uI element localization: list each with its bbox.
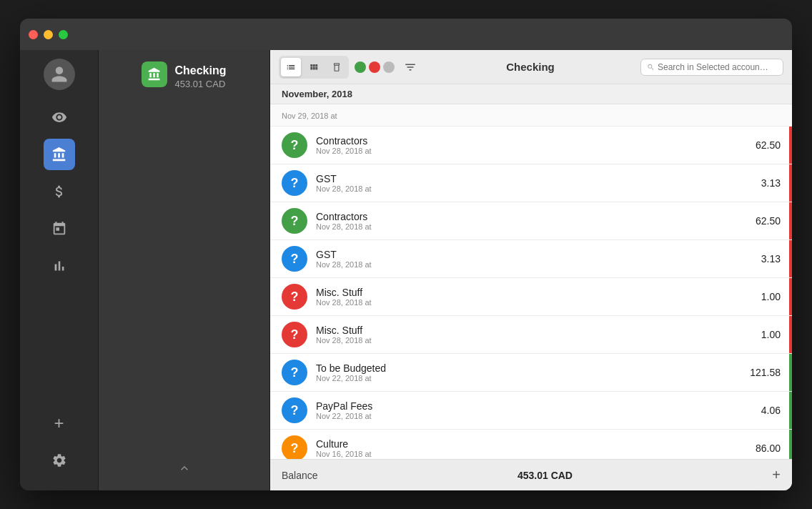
account-name: Checking	[174, 64, 226, 77]
status-dot-green	[355, 61, 366, 73]
tx-indicator	[789, 354, 792, 391]
balance-label: Balance	[282, 470, 318, 481]
section-header: November, 2018	[270, 84, 792, 104]
main-window: + Checking 453.01 CAD	[20, 19, 792, 490]
titlebar	[20, 19, 792, 50]
status-dot-red	[369, 61, 380, 73]
sidebar-item-coins[interactable]	[44, 176, 75, 207]
sidebar-item-calendar[interactable]	[44, 213, 75, 244]
tx-avatar: ?	[282, 246, 307, 272]
table-row[interactable]: ? Contractors Nov 28, 2018 at 62.50	[270, 127, 792, 164]
search-box[interactable]	[640, 59, 783, 76]
sidebar-item-chart[interactable]	[44, 250, 75, 282]
add-transaction-button[interactable]: +	[772, 467, 781, 483]
balance-bar: Balance 453.01 CAD +	[270, 459, 792, 490]
table-row[interactable]: ? GST Nov 28, 2018 at 3.13	[270, 240, 792, 278]
table-row[interactable]: ? Culture Nov 16, 2018 at 86.00	[270, 430, 792, 459]
tx-indicator	[789, 392, 792, 429]
toolbar-title: Checking	[426, 61, 635, 73]
search-icon	[647, 63, 655, 71]
tx-indicator	[789, 316, 792, 353]
add-button[interactable]: +	[44, 407, 75, 439]
list-view-button[interactable]	[281, 58, 301, 76]
main-layout: + Checking 453.01 CAD	[20, 50, 792, 490]
toolbar: Checking	[270, 50, 792, 84]
tx-indicator	[789, 240, 792, 277]
sidebar-item-bank[interactable]	[44, 139, 75, 170]
grid-view-button[interactable]	[304, 58, 324, 76]
tx-avatar: ?	[282, 360, 307, 385]
close-button[interactable]	[29, 30, 38, 39]
tx-indicator	[789, 164, 792, 202]
settings-button[interactable]	[44, 445, 75, 476]
account-panel: Checking 453.01 CAD	[99, 50, 270, 490]
table-row[interactable]: ? Contractors Nov 28, 2018 at 62.50	[270, 202, 792, 240]
tx-avatar: ?	[282, 322, 307, 347]
balance-view-button[interactable]	[327, 58, 347, 76]
view-toggle-group	[279, 56, 349, 79]
tx-indicator	[789, 127, 792, 164]
transaction-list: November, 2018 Nov 29, 2018 at ? Contrac…	[270, 84, 792, 459]
table-row[interactable]: ? GST Nov 28, 2018 at 3.13	[270, 164, 792, 202]
status-dot-gray	[383, 61, 395, 73]
table-row[interactable]: ? To be Budgeted Nov 22, 2018 at 121.58	[270, 354, 792, 392]
tx-avatar: ?	[282, 397, 307, 423]
traffic-lights	[29, 30, 68, 39]
minimize-button[interactable]	[44, 30, 53, 39]
table-row[interactable]: ? Misc. Stuff Nov 28, 2018 at 1.00	[270, 278, 792, 316]
tx-indicator	[789, 202, 792, 239]
sidebar: +	[20, 50, 99, 490]
maximize-button[interactable]	[59, 30, 68, 39]
sidebar-item-eye[interactable]	[44, 102, 75, 133]
table-row[interactable]: ? PayPal Fees Nov 22, 2018 at 4.06	[270, 392, 792, 430]
filter-button[interactable]	[400, 57, 420, 77]
tx-avatar: ?	[282, 170, 307, 196]
tx-indicator	[789, 278, 792, 315]
tx-avatar: ?	[282, 132, 307, 158]
table-row[interactable]: ? Misc. Stuff Nov 28, 2018 at 1.00	[270, 316, 792, 354]
right-panel: Checking November, 2018 Nov 29, 2018 at	[270, 50, 792, 490]
sidebar-bottom: +	[44, 407, 75, 482]
tx-indicator	[789, 430, 792, 459]
search-input[interactable]	[658, 62, 777, 72]
balance-amount: 453.01 CAD	[518, 470, 573, 481]
status-dots	[355, 61, 395, 73]
tx-avatar: ?	[282, 435, 307, 459]
collapse-button[interactable]	[177, 461, 192, 479]
account-icon	[142, 61, 167, 87]
avatar[interactable]	[44, 59, 75, 90]
table-row[interactable]: Nov 29, 2018 at	[270, 104, 792, 127]
tx-avatar: ?	[282, 208, 307, 234]
account-balance: 453.01 CAD	[174, 79, 226, 89]
tx-avatar: ?	[282, 284, 307, 310]
sidebar-nav	[44, 102, 75, 407]
